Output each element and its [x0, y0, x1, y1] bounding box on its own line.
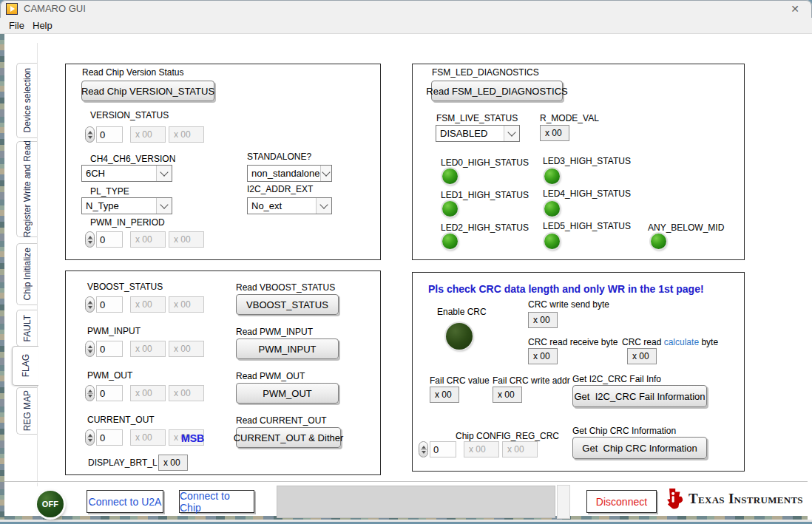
ch4-ch6-version-label: CH4_CH6_VERSION	[90, 154, 175, 164]
vboost-status-value[interactable]: 0	[96, 296, 123, 313]
led4-high-status-led	[544, 201, 560, 217]
i2c-addr-ext-label: I2C_ADDR_EXT	[247, 184, 313, 194]
chip-config-reg-crc-hex2: x 00	[502, 441, 538, 457]
led3-high-status-label: LED3_HIGH_STATUS	[543, 156, 631, 166]
get-i2c-crc-fail-info-label: Get I2C_CRC Fail Info	[572, 374, 661, 384]
pwm-input-control: 0 x 00 x 00	[85, 341, 204, 357]
fsm-live-status-dropdown[interactable]: DISABLED	[436, 125, 520, 142]
get-chip-crc-information-label: Get Chip CRC Information	[572, 426, 676, 436]
disconnect-button[interactable]: Disconnect	[586, 490, 657, 513]
tab-chip-initialize[interactable]: Chip Initialize	[16, 243, 37, 305]
pwm-out-button[interactable]: PWM_OUT	[236, 383, 339, 404]
pwm-in-period-label: PWM_IN_PERIOD	[90, 217, 165, 228]
chevron-down-icon[interactable]	[156, 198, 172, 214]
led1-high-status-led	[442, 201, 458, 217]
chevron-down-icon[interactable]	[316, 198, 331, 214]
texas-instruments-logo: Texas Instruments	[663, 488, 803, 509]
ch4-ch6-version-dropdown[interactable]: 6CH	[81, 165, 172, 182]
increment-decrement-spinner[interactable]	[85, 126, 95, 143]
increment-decrement-spinner[interactable]	[85, 385, 95, 401]
crc-write-send-byte-label: CRC write send byte	[528, 299, 609, 310]
version-status-groupbox: Read Chip Version Status Read Chip VERSI…	[65, 64, 381, 260]
power-toggle-button[interactable]: OFF	[37, 491, 64, 517]
pwm-out-hex1: x 00	[130, 385, 166, 401]
pwm-out-value[interactable]: 0	[96, 385, 123, 401]
menu-help[interactable]: Help	[30, 19, 55, 32]
title-bar[interactable]: CAMARO GUI ✕	[0, 0, 812, 18]
increment-decrement-spinner[interactable]	[85, 429, 95, 446]
r-mode-val-indicator: x 00	[540, 125, 569, 141]
enable-crc-led[interactable]	[446, 323, 473, 350]
tab-register-write-and-read[interactable]: Register Write and Read	[16, 141, 37, 237]
i2c-addr-ext-dropdown[interactable]: No_ext	[247, 197, 332, 214]
fsm-live-status-label: FSM_LIVE_STATUS	[436, 113, 518, 123]
version-status-control: 0 x 00 x 00	[85, 126, 204, 143]
chip-config-reg-crc-label: Chip CONFIG_REG_CRC	[456, 431, 559, 441]
pwm-input-value[interactable]: 0	[96, 341, 123, 357]
tab-page-edge	[37, 43, 38, 486]
led2-high-status-label: LED2_HIGH_STATUS	[441, 222, 529, 233]
fail-crc-write-addr-indicator: x 00	[493, 387, 522, 403]
tab-device-selection[interactable]: Device selection	[16, 63, 37, 138]
crc-write-send-byte-indicator: x 00	[528, 312, 558, 328]
vboost-status-label: VBOOST_STATUS	[87, 282, 163, 292]
chevron-down-icon[interactable]	[156, 166, 172, 181]
status-read-groupbox: VBOOST_STATUS 0 x 00 x 00 Read VBOOST_ST…	[65, 270, 381, 475]
get-i2c-crc-fail-information-button[interactable]: Get I2C_CRC Fail Information	[572, 385, 707, 407]
led5-high-status-label: LED5_HIGH_STATUS	[543, 221, 631, 231]
ti-bug-icon	[663, 488, 683, 509]
chip-config-reg-crc-value[interactable]: 0	[430, 441, 456, 457]
read-chip-version-status-button[interactable]: Read Chip VERSION_STATUS	[81, 81, 214, 101]
crc-read-receive-byte-label: CRC read receive byte	[528, 337, 618, 347]
pwm-in-period-value[interactable]: 0	[96, 231, 123, 248]
led3-high-status-led	[544, 169, 560, 184]
increment-decrement-spinner[interactable]	[85, 341, 95, 357]
led2-high-status-led	[442, 234, 458, 249]
get-chip-crc-information-button[interactable]: Get Chip CRC Information	[572, 437, 707, 459]
read-fsm-led-diagnostics-button[interactable]: Read FSM_LED_DIAGNOSTICS	[431, 81, 563, 101]
pwm-input-hex1: x 00	[130, 341, 166, 357]
increment-decrement-spinner[interactable]	[419, 441, 428, 457]
menu-file[interactable]: File	[6, 19, 27, 32]
standalone-label: STANDALONE?	[247, 152, 311, 162]
vboost-status-control: 0 x 00 x 00	[85, 296, 204, 313]
pwm-input-button[interactable]: PWM_INPUT	[236, 338, 339, 359]
tab-fault[interactable]: FAULT	[16, 310, 37, 347]
crc-read-receive-byte-indicator: x 00	[528, 348, 558, 364]
display-brt-l-indicator: x 00	[158, 455, 188, 471]
front-panel: Device selection Register Write and Read…	[0, 34, 812, 522]
window-title: CAMARO GUI	[24, 3, 86, 14]
current-out-dither-button[interactable]: CURRENT_OUT & Dither	[236, 427, 341, 448]
pwm-in-period-control: 0 x 00 x 00	[85, 231, 204, 248]
tab-reg-map[interactable]: REG MAP	[16, 387, 37, 435]
pl-type-label: PL_TYPE	[90, 186, 129, 197]
increment-decrement-spinner[interactable]	[85, 296, 95, 313]
current-out-hex1: x 00	[130, 429, 166, 446]
led0-high-status-label: LED0_HIGH_STATUS	[441, 157, 529, 168]
current-out-value[interactable]: 0	[96, 429, 123, 446]
pwm-in-period-hex2: x 00	[169, 231, 204, 248]
app-window: CAMARO GUI ✕ File Help Device selection …	[0, 0, 812, 522]
pwm-input-hex2: x 00	[169, 341, 204, 357]
chip-config-reg-crc-hex1: x 00	[464, 441, 499, 457]
close-icon[interactable]: ✕	[788, 2, 802, 16]
groupbox-title: FSM_LED_DIAGNOSTICS	[432, 67, 539, 78]
any-below-mid-led	[651, 234, 666, 249]
led1-high-status-label: LED1_HIGH_STATUS	[441, 190, 529, 200]
chevron-down-icon[interactable]	[504, 126, 519, 141]
connect-to-u2a-button[interactable]: Connect to U2A	[87, 490, 163, 513]
crc-read-calculate-byte-label: CRC read calculate byte	[622, 337, 718, 347]
calculate-link: calculate	[664, 337, 699, 347]
pl-type-dropdown[interactable]: N_Type	[81, 197, 172, 214]
vboost-status-button[interactable]: VBOOST_STATUS	[236, 294, 339, 315]
increment-decrement-spinner[interactable]	[85, 231, 95, 248]
standalone-dropdown[interactable]: non_standalone	[247, 165, 332, 182]
pwm-input-label: PWM_INPUT	[87, 326, 141, 336]
fail-crc-value-indicator: x 00	[430, 387, 459, 403]
tab-flag[interactable]: FLAG	[12, 346, 38, 386]
connect-to-chip-button[interactable]: Connect to Chip	[179, 490, 254, 513]
read-current-out-label: Read CURRENT_OUT	[236, 415, 327, 426]
version-status-value[interactable]: 0	[96, 126, 123, 143]
enable-crc-label: Enable CRC	[437, 307, 487, 317]
chevron-down-icon[interactable]	[320, 166, 331, 181]
